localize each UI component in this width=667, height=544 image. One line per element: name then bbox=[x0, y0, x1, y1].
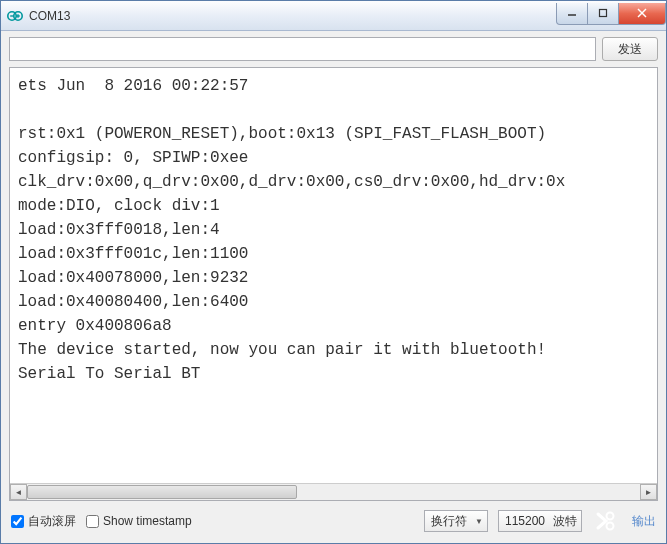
clear-output-partial[interactable]: 输出 bbox=[632, 513, 656, 530]
timestamp-checkbox-wrap[interactable]: Show timestamp bbox=[86, 514, 192, 528]
timestamp-checkbox[interactable] bbox=[86, 515, 99, 528]
serial-output[interactable]: ets Jun 8 2016 00:22:57 rst:0x1 (POWERON… bbox=[10, 68, 657, 483]
chevron-down-icon: ▼ bbox=[475, 517, 483, 526]
baud-dropdown[interactable]: 115200 波特 bbox=[498, 510, 582, 532]
scroll-left-arrow[interactable]: ◄ bbox=[10, 484, 27, 500]
send-input[interactable] bbox=[9, 37, 596, 61]
svg-point-10 bbox=[607, 523, 614, 530]
baud-label: 波特 bbox=[553, 513, 577, 530]
autoscroll-checkbox[interactable] bbox=[11, 515, 24, 528]
serial-monitor-window: COM13 发送 ets Jun 8 2016 00:22:57 rst:0x1… bbox=[0, 0, 667, 544]
autoscroll-label: 自动滚屏 bbox=[28, 513, 76, 530]
scroll-right-arrow[interactable]: ► bbox=[640, 484, 657, 500]
svg-point-9 bbox=[607, 513, 614, 520]
horizontal-scrollbar[interactable]: ◄ ► bbox=[10, 483, 657, 500]
bottom-toolbar: 自动滚屏 Show timestamp 换行符 ▼ 115200 波特 输出 bbox=[1, 501, 666, 543]
send-row: 发送 bbox=[1, 31, 666, 67]
send-button[interactable]: 发送 bbox=[602, 37, 658, 61]
baud-value: 115200 bbox=[505, 514, 545, 528]
line-ending-value: 换行符 bbox=[431, 513, 467, 530]
autoscroll-checkbox-wrap[interactable]: 自动滚屏 bbox=[11, 513, 76, 530]
output-area: ets Jun 8 2016 00:22:57 rst:0x1 (POWERON… bbox=[9, 67, 658, 501]
maximize-button[interactable] bbox=[587, 3, 619, 25]
arduino-icon bbox=[7, 8, 23, 24]
titlebar[interactable]: COM13 bbox=[1, 1, 666, 31]
timestamp-label: Show timestamp bbox=[103, 514, 192, 528]
line-ending-dropdown[interactable]: 换行符 ▼ bbox=[424, 510, 488, 532]
scroll-track[interactable] bbox=[27, 484, 640, 500]
minimize-button[interactable] bbox=[556, 3, 588, 25]
svg-rect-6 bbox=[600, 10, 607, 17]
window-controls bbox=[557, 3, 666, 25]
scroll-thumb[interactable] bbox=[27, 485, 297, 499]
watermark-icon bbox=[592, 509, 622, 533]
window-title: COM13 bbox=[29, 9, 557, 23]
close-button[interactable] bbox=[618, 3, 666, 25]
